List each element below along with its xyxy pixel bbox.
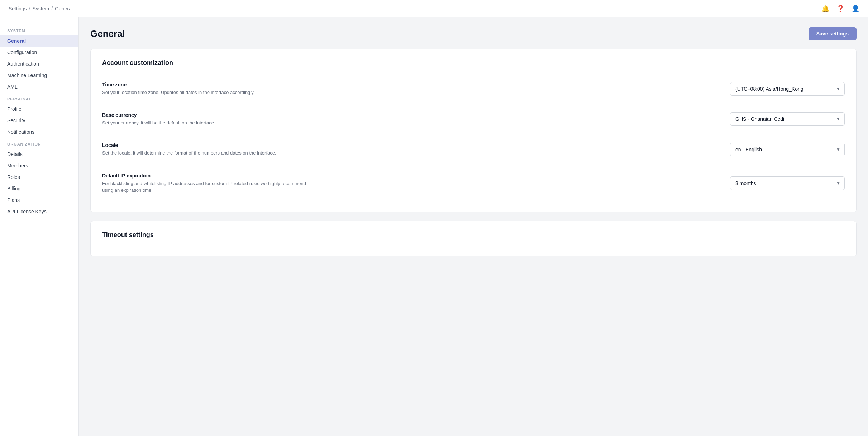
locale-info: Locale Set the locale, it will determine… — [102, 142, 310, 157]
sidebar-item-details[interactable]: Details — [0, 148, 78, 160]
sidebar-item-notifications[interactable]: Notifications — [0, 126, 78, 138]
sidebar-item-configuration[interactable]: Configuration — [0, 47, 78, 58]
breadcrumb-system[interactable]: System — [32, 6, 49, 11]
sidebar-item-billing[interactable]: Billing — [0, 183, 78, 194]
breadcrumb-sep-1: / — [29, 6, 30, 11]
account-customization-title: Account customization — [102, 59, 845, 67]
base-currency-label: Base currency — [102, 112, 310, 118]
locale-control: en - English fr - French de - German es … — [730, 143, 845, 156]
sidebar-item-aml[interactable]: AML — [0, 81, 78, 93]
notifications-icon[interactable]: 🔔 — [821, 5, 829, 13]
page-title: General — [90, 28, 125, 39]
locale-select[interactable]: en - English fr - French de - German es … — [730, 143, 845, 156]
timezone-label: Time zone — [102, 82, 310, 87]
timezone-select-wrapper: (UTC+08:00) Asia/Hong_Kong (UTC+00:00) U… — [730, 82, 845, 96]
base-currency-control: GHS - Ghanaian Cedi USD - US Dollar EUR … — [730, 112, 845, 126]
ip-expiration-desc: For blacklisting and whitelisting IP add… — [102, 180, 310, 194]
timezone-desc: Set your location time zone. Updates all… — [102, 89, 310, 96]
base-currency-select-wrapper: GHS - Ghanaian Cedi USD - US Dollar EUR … — [730, 112, 845, 126]
main-content: General Save settings Account customizat… — [79, 17, 868, 436]
save-settings-button[interactable]: Save settings — [809, 27, 857, 40]
sidebar-item-profile[interactable]: Profile — [0, 103, 78, 115]
sidebar-item-plans[interactable]: Plans — [0, 194, 78, 206]
page-header: General Save settings — [90, 27, 857, 40]
topbar: Settings / System / General 🔔 ❓ 👤 — [0, 0, 868, 17]
breadcrumb-general[interactable]: General — [55, 6, 73, 11]
sidebar-item-members[interactable]: Members — [0, 160, 78, 171]
base-currency-row: Base currency Set your currency, it will… — [102, 104, 845, 135]
timeout-settings-title: Timeout settings — [102, 231, 845, 239]
base-currency-desc: Set your currency, it will be the defaul… — [102, 119, 310, 127]
locale-desc: Set the locale, it will determine the fo… — [102, 150, 310, 157]
ip-expiration-select-wrapper: 3 months 1 month 6 months 1 year Never ▼ — [730, 176, 845, 190]
timezone-row: Time zone Set your location time zone. U… — [102, 74, 845, 104]
ip-expiration-label: Default IP expiration — [102, 173, 310, 179]
ip-expiration-info: Default IP expiration For blacklisting a… — [102, 173, 310, 194]
timeout-settings-card: Timeout settings — [90, 221, 857, 256]
ip-expiration-row: Default IP expiration For blacklisting a… — [102, 165, 845, 202]
locale-label: Locale — [102, 142, 310, 148]
ip-expiration-select[interactable]: 3 months 1 month 6 months 1 year Never — [730, 176, 845, 190]
sidebar-item-roles[interactable]: Roles — [0, 171, 78, 183]
locale-row: Locale Set the locale, it will determine… — [102, 134, 845, 165]
base-currency-info: Base currency Set your currency, it will… — [102, 112, 310, 127]
sidebar-item-general[interactable]: General — [0, 35, 78, 47]
ip-expiration-control: 3 months 1 month 6 months 1 year Never ▼ — [730, 176, 845, 190]
account-customization-card: Account customization Time zone Set your… — [90, 49, 857, 212]
sidebar-item-security[interactable]: Security — [0, 115, 78, 126]
timezone-control: (UTC+08:00) Asia/Hong_Kong (UTC+00:00) U… — [730, 82, 845, 96]
help-icon[interactable]: ❓ — [836, 5, 844, 13]
sidebar: SYSTEM General Configuration Authenticat… — [0, 17, 79, 436]
timezone-info: Time zone Set your location time zone. U… — [102, 82, 310, 96]
locale-select-wrapper: en - English fr - French de - German es … — [730, 143, 845, 156]
breadcrumb-sep-2: / — [51, 6, 53, 11]
timezone-select[interactable]: (UTC+08:00) Asia/Hong_Kong (UTC+00:00) U… — [730, 82, 845, 96]
sidebar-section-organization: ORGANIZATION — [0, 138, 78, 148]
breadcrumb: Settings / System / General — [9, 6, 73, 11]
sidebar-section-system: SYSTEM — [0, 24, 78, 35]
base-currency-select[interactable]: GHS - Ghanaian Cedi USD - US Dollar EUR … — [730, 112, 845, 126]
breadcrumb-settings[interactable]: Settings — [9, 6, 27, 11]
topbar-icons: 🔔 ❓ 👤 — [821, 5, 859, 13]
user-icon[interactable]: 👤 — [852, 5, 859, 13]
sidebar-item-api-license-keys[interactable]: API License Keys — [0, 206, 78, 217]
sidebar-item-machine-learning[interactable]: Machine Learning — [0, 70, 78, 81]
sidebar-section-personal: PERSONAL — [0, 93, 78, 103]
sidebar-item-authentication[interactable]: Authentication — [0, 58, 78, 70]
